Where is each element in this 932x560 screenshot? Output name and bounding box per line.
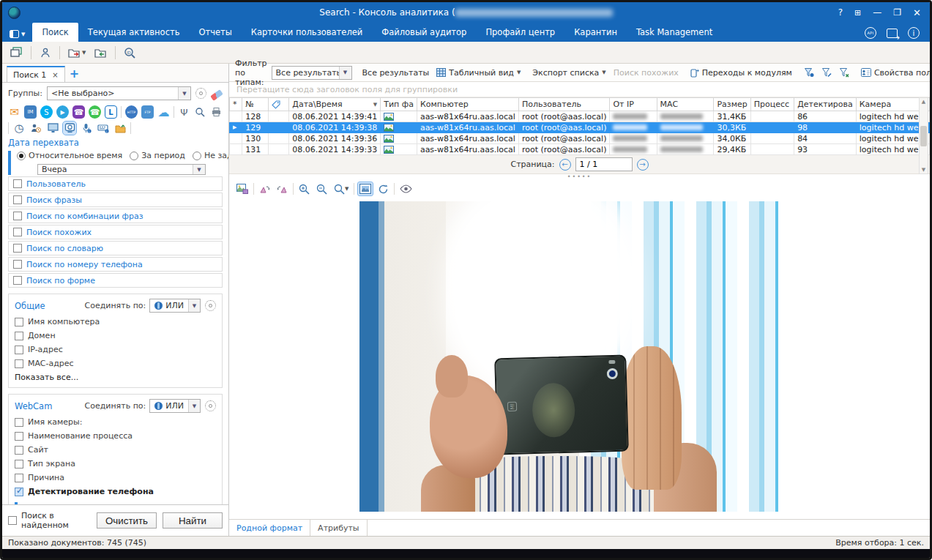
- add-tab-button[interactable]: +: [70, 67, 79, 82]
- checkbox-icon[interactable]: [15, 359, 23, 368]
- cell-num[interactable]: 128: [242, 111, 269, 122]
- common-checkbox-2[interactable]: Домен: [15, 331, 216, 340]
- scroll-up-icon[interactable]: ▲: [922, 99, 925, 105]
- telegram-icon[interactable]: ▶: [56, 105, 69, 119]
- cell-computer[interactable]: aas-w81x64ru.aas.local: [417, 144, 518, 155]
- viber-icon[interactable]: ☎: [72, 105, 85, 119]
- id-search-button[interactable]: ID: [122, 45, 138, 60]
- webcam-checkbox-3[interactable]: Сайт: [15, 445, 216, 455]
- date-radio-3[interactable]: Не задано: [193, 151, 228, 160]
- webcam-icon[interactable]: [63, 122, 76, 135]
- filter-add-icon[interactable]: [802, 66, 816, 79]
- column-header-mac[interactable]: MAC: [657, 98, 714, 111]
- column-header-type[interactable]: Тип фа: [381, 98, 417, 111]
- checkbox-icon[interactable]: [13, 212, 22, 220]
- radio-icon[interactable]: [17, 152, 26, 160]
- grid-corner-header[interactable]: *: [230, 98, 242, 111]
- eye-button[interactable]: [398, 183, 414, 195]
- chevron-down-icon[interactable]: ▼: [178, 87, 190, 100]
- radio-icon[interactable]: [130, 152, 138, 160]
- cell-size[interactable]: 31,4КБ: [714, 111, 750, 122]
- checkbox-icon[interactable]: [13, 195, 22, 204]
- cell-tag[interactable]: [269, 122, 289, 133]
- menu-tab-7[interactable]: Карантин: [564, 23, 627, 42]
- webcam-settings-icon[interactable]: [205, 400, 216, 411]
- checkbox-icon[interactable]: [15, 474, 23, 482]
- chevron-down-icon[interactable]: ▼: [339, 67, 351, 79]
- pin-window-icon[interactable]: ⊞: [854, 8, 861, 18]
- find-button[interactable]: Найти: [163, 512, 223, 529]
- cloud-icon[interactable]: ☁: [157, 105, 170, 119]
- common-checkbox-4[interactable]: MAC-адрес: [15, 359, 216, 368]
- save-image-button[interactable]: [235, 182, 250, 195]
- usb-icon[interactable]: Ψ: [178, 105, 190, 119]
- sort-desc-icon[interactable]: ▼: [373, 102, 377, 108]
- cell-computer[interactable]: aas-w81x64ru.aas.local: [417, 133, 518, 144]
- checkbox-icon[interactable]: [13, 276, 22, 285]
- column-header-tag[interactable]: [269, 98, 289, 111]
- export-list-button[interactable]: Экспорт списка▼: [531, 67, 607, 79]
- filter-edit-icon[interactable]: [820, 66, 833, 79]
- scroll-down-icon[interactable]: ▼: [922, 167, 925, 173]
- show-all-link[interactable]: Показать все...: [15, 373, 216, 382]
- cell-detected[interactable]: 86: [794, 111, 857, 122]
- column-header-datetime[interactable]: Дата\Время▼: [289, 98, 381, 111]
- checkbox-icon[interactable]: [15, 318, 23, 326]
- microphone-icon[interactable]: i: [80, 122, 93, 135]
- checkbox-icon[interactable]: [15, 446, 23, 455]
- mail-icon[interactable]: ✉: [8, 105, 20, 119]
- grid-scrollbar[interactable]: ▲ ▼: [919, 97, 928, 174]
- lync-icon[interactable]: L: [105, 105, 117, 119]
- im-icon[interactable]: IM: [24, 105, 37, 119]
- next-page-button[interactable]: →: [637, 159, 649, 171]
- skype-icon[interactable]: S: [40, 105, 53, 119]
- menu-tab-4[interactable]: Карточки пользователей: [242, 23, 372, 42]
- cell-tag[interactable]: [269, 144, 289, 155]
- menu-tab-2[interactable]: Текущая активность: [78, 23, 190, 42]
- column-header-size[interactable]: Размер: [714, 98, 750, 111]
- cell-detected[interactable]: 98: [794, 122, 857, 133]
- cell-type[interactable]: [381, 133, 417, 144]
- checkbox-icon[interactable]: [13, 228, 22, 236]
- cell-datetime[interactable]: 08.06.2021 14:39:41: [289, 111, 381, 122]
- checkbox-icon[interactable]: [13, 244, 22, 253]
- cell-size[interactable]: 34,0КБ: [714, 133, 750, 144]
- cell-user[interactable]: root (root@aas.local): [518, 122, 610, 133]
- cell-num[interactable]: 129: [242, 122, 269, 133]
- device-search-icon[interactable]: [194, 105, 206, 119]
- cell-process[interactable]: [750, 144, 794, 155]
- cell-ip[interactable]: [610, 144, 657, 155]
- fit-to-window-button[interactable]: [358, 182, 373, 195]
- column-header-user[interactable]: Пользователь: [518, 98, 610, 111]
- files-folder-icon[interactable]: [113, 122, 127, 135]
- clear-groups-icon[interactable]: [210, 89, 223, 101]
- checkbox-icon[interactable]: [13, 260, 22, 269]
- folder-export-button[interactable]: ▼: [66, 46, 88, 59]
- checkbox-icon[interactable]: [13, 179, 22, 188]
- filter-box-4[interactable]: Поиск похожих: [8, 225, 223, 239]
- restore-button[interactable]: ❐: [893, 7, 901, 18]
- filter-box-6[interactable]: Поиск по номеру телефона: [8, 257, 223, 272]
- folder-export-caret[interactable]: ▼: [82, 50, 86, 56]
- column-header-detected[interactable]: Детектирова: [794, 98, 857, 111]
- webcam-checkbox-1[interactable]: Имя камеры:: [15, 417, 216, 427]
- checkbox-icon[interactable]: [15, 460, 23, 468]
- webcam-checkbox-5[interactable]: Причина: [15, 473, 216, 482]
- table-row[interactable]: 12808.06.2021 14:39:41aas-w81x64ru.aas.l…: [230, 111, 930, 122]
- viewer-tab-1[interactable]: Родной формат: [229, 520, 310, 536]
- table-row[interactable]: 13008.06.2021 14:39:36aas-w81x64ru.aas.l…: [230, 133, 930, 144]
- grouping-hint[interactable]: Перетащите сюда заголовок поля для групп…: [229, 82, 930, 97]
- menu-tab-5[interactable]: Файловый аудитор: [372, 23, 476, 42]
- filter-box-7[interactable]: Поиск по форме: [8, 273, 223, 288]
- scroll-thumb[interactable]: [920, 126, 927, 146]
- user-activity-icon[interactable]: [29, 122, 42, 135]
- common-checkbox-3[interactable]: IP-адрес: [15, 345, 216, 354]
- common-checkbox-1[interactable]: Имя компьютера: [15, 317, 216, 326]
- table-row[interactable]: 13108.06.2021 14:39:33aas-w81x64ru.aas.l…: [230, 144, 930, 155]
- filter-box-2[interactable]: Поиск фразы: [8, 193, 223, 207]
- cell-detected[interactable]: 84: [794, 133, 857, 144]
- column-header-computer[interactable]: Компьютер: [417, 98, 518, 111]
- all-results-button[interactable]: Все результаты: [361, 67, 431, 79]
- printer-icon[interactable]: [210, 105, 223, 119]
- cell-mac[interactable]: [657, 144, 714, 155]
